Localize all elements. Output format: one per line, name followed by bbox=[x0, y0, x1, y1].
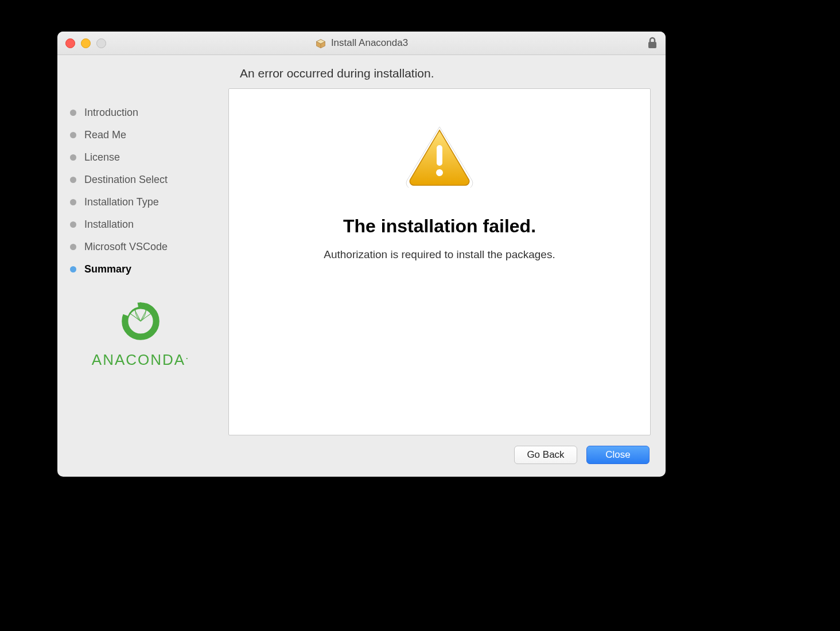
page-heading: An error occurred during installation. bbox=[240, 67, 666, 80]
step-installation-type: Installation Type bbox=[70, 196, 228, 208]
content-panel: The installation failed. Authorization i… bbox=[228, 88, 651, 435]
step-label: Summary bbox=[84, 263, 131, 275]
brand-name: ANACONDA. bbox=[70, 350, 211, 369]
step-label: Destination Select bbox=[84, 174, 168, 186]
zoom-window-button[interactable] bbox=[96, 38, 106, 48]
step-label: License bbox=[84, 151, 120, 163]
bullet-icon bbox=[70, 110, 76, 116]
go-back-button[interactable]: Go Back bbox=[514, 446, 577, 464]
warning-icon bbox=[402, 123, 477, 190]
footer: Go Back Close bbox=[57, 435, 666, 477]
window-title: Install Anaconda3 bbox=[57, 37, 666, 49]
main-row: Introduction Read Me License Destination… bbox=[57, 88, 666, 435]
step-license: License bbox=[70, 151, 228, 163]
close-window-button[interactable] bbox=[65, 38, 75, 48]
step-introduction: Introduction bbox=[70, 107, 228, 119]
failure-title: The installation failed. bbox=[343, 216, 536, 237]
svg-marker-0 bbox=[316, 40, 325, 48]
package-icon bbox=[315, 37, 326, 49]
step-microsoft-vscode: Microsoft VSCode bbox=[70, 241, 228, 253]
installer-body: An error occurred during installation. I… bbox=[57, 55, 666, 477]
bullet-icon bbox=[70, 266, 76, 272]
step-label: Microsoft VSCode bbox=[84, 241, 168, 253]
anaconda-ring-icon bbox=[118, 298, 164, 344]
bullet-icon bbox=[70, 199, 76, 205]
bullet-icon bbox=[70, 132, 76, 138]
step-read-me: Read Me bbox=[70, 129, 228, 141]
close-button[interactable]: Close bbox=[586, 446, 650, 464]
bullet-icon bbox=[70, 177, 76, 183]
failure-message: Authorization is required to install the… bbox=[324, 248, 555, 261]
bullet-icon bbox=[70, 244, 76, 250]
step-label: Installation Type bbox=[84, 196, 159, 208]
step-list: Introduction Read Me License Destination… bbox=[70, 107, 228, 275]
sidebar: Introduction Read Me License Destination… bbox=[70, 88, 228, 435]
svg-rect-5 bbox=[437, 145, 442, 166]
step-label: Introduction bbox=[84, 107, 138, 119]
window-title-text: Install Anaconda3 bbox=[331, 37, 408, 49]
minimize-window-button[interactable] bbox=[81, 38, 91, 48]
installer-window: Install Anaconda3 An error occurred duri… bbox=[57, 32, 666, 477]
bullet-icon bbox=[70, 221, 76, 228]
traffic-lights bbox=[65, 38, 106, 48]
bullet-icon bbox=[70, 154, 76, 161]
titlebar: Install Anaconda3 bbox=[57, 32, 666, 55]
step-destination-select: Destination Select bbox=[70, 174, 228, 186]
brand-logo: ANACONDA. bbox=[70, 298, 228, 369]
svg-point-6 bbox=[436, 169, 443, 176]
svg-rect-3 bbox=[648, 42, 656, 48]
step-label: Read Me bbox=[84, 129, 126, 141]
svg-marker-2 bbox=[316, 40, 325, 44]
step-label: Installation bbox=[84, 219, 134, 231]
step-summary: Summary bbox=[70, 263, 228, 275]
step-installation: Installation bbox=[70, 219, 228, 231]
lock-icon[interactable] bbox=[647, 37, 658, 52]
